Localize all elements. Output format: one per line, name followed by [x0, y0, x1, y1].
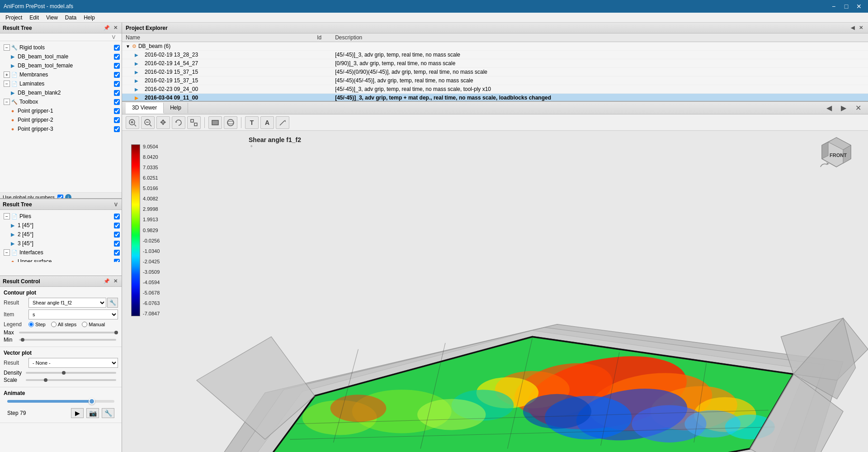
- rotate-btn[interactable]: [172, 116, 185, 129]
- ply1-check[interactable]: [114, 223, 120, 228]
- surface-btn[interactable]: [208, 116, 222, 129]
- explorer-row-name[interactable]: ▼ ⚙ DB_beam (6): [122, 42, 313, 51]
- tree-gripper1[interactable]: ● Point gripper-1: [0, 106, 122, 115]
- col-desc[interactable]: Description: [331, 33, 868, 42]
- pin-icon[interactable]: 📌: [102, 24, 111, 31]
- membranes-check[interactable]: [114, 72, 120, 78]
- density-slider[interactable]: [26, 372, 116, 374]
- tree-gripper3[interactable]: ● Point gripper-3: [0, 124, 122, 133]
- tree-rigid-tools[interactable]: − 🔧 Rigid tools: [0, 43, 122, 52]
- expander-toolbox[interactable]: −: [4, 99, 10, 105]
- laminates-check[interactable]: [114, 81, 120, 87]
- min-slider[interactable]: [19, 339, 116, 341]
- db-female-check[interactable]: [114, 63, 120, 69]
- tab-3d-viewer[interactable]: 3D Viewer: [126, 103, 164, 114]
- tree-plies[interactable]: − 📄 Plies: [0, 212, 122, 221]
- viewer-pin-icon[interactable]: ✕: [852, 103, 864, 114]
- nav-back-icon[interactable]: ◀: [823, 103, 835, 114]
- toolbox-check[interactable]: [114, 99, 120, 105]
- explorer-pin-icon[interactable]: ◀: [849, 24, 856, 31]
- result-edit-btn[interactable]: 🔧: [107, 298, 118, 308]
- menu-view[interactable]: View: [42, 14, 61, 22]
- tree-db-male[interactable]: ▶ DB_beam_tool_male: [0, 52, 122, 61]
- legend-step[interactable]: Step: [28, 322, 46, 327]
- menu-data[interactable]: Data: [61, 14, 80, 22]
- explorer-row-name[interactable]: ▶ 2016-02-19 13_28_23: [122, 51, 313, 59]
- tree-ply2[interactable]: ▶ 2 [45°]: [0, 230, 122, 239]
- sphere-btn[interactable]: [224, 116, 237, 129]
- max-slider[interactable]: [19, 332, 116, 333]
- tree-laminates[interactable]: − 📄 Laminates: [0, 79, 122, 88]
- legend-allsteps-radio[interactable]: [51, 322, 57, 327]
- legend-allsteps[interactable]: All steps: [51, 322, 77, 327]
- zoom-out-btn[interactable]: [141, 116, 155, 129]
- explorer-row-name[interactable]: ▶ 2016-02-19 15_37_15: [122, 76, 313, 85]
- play-button[interactable]: ▶: [71, 408, 84, 418]
- row-expander[interactable]: ▼: [126, 44, 130, 49]
- tree-ply1[interactable]: ▶ 1 [45°]: [0, 221, 122, 230]
- zoom-in-btn[interactable]: [126, 116, 139, 129]
- tree-membranes[interactable]: + 📄 Membranes: [0, 70, 122, 79]
- col-id[interactable]: Id: [313, 33, 331, 42]
- maximize-button[interactable]: □: [841, 2, 852, 11]
- info-icon[interactable]: i: [65, 194, 71, 199]
- gripper3-check[interactable]: [114, 126, 120, 132]
- ply2-check[interactable]: [114, 232, 120, 238]
- db-male-icon: ▶: [9, 53, 16, 60]
- expander-laminates[interactable]: −: [4, 81, 10, 87]
- tree-toolbox[interactable]: − 🔨 Toolbox: [0, 97, 122, 106]
- explorer-row-name[interactable]: ▶ 2016-02-19 14_54_27: [122, 59, 313, 68]
- close-control-icon[interactable]: ✕: [112, 278, 119, 285]
- annotation-btn[interactable]: A: [260, 116, 274, 129]
- db-male-check[interactable]: [114, 54, 120, 60]
- tree-interfaces[interactable]: − 📄 Interfaces: [0, 248, 122, 257]
- vector-result-select[interactable]: - None -: [28, 358, 118, 368]
- menu-help[interactable]: Help: [80, 14, 99, 22]
- expander-rigid[interactable]: −: [4, 44, 10, 51]
- close-button[interactable]: ✕: [854, 2, 864, 11]
- expander-interfaces[interactable]: −: [4, 249, 10, 256]
- interfaces-check[interactable]: [114, 250, 120, 256]
- gripper1-check[interactable]: [114, 108, 120, 114]
- tree-ply3[interactable]: ▶ 3 [45°]: [0, 239, 122, 248]
- pan-btn[interactable]: ✥: [156, 116, 170, 129]
- fit-btn[interactable]: [187, 116, 201, 129]
- item-select[interactable]: s: [28, 309, 118, 319]
- legend-manual-radio[interactable]: [82, 322, 87, 327]
- explorer-close-icon[interactable]: ✕: [858, 24, 864, 31]
- tree-gripper2[interactable]: ● Point gripper-2: [0, 115, 122, 124]
- tab-help[interactable]: Help: [164, 103, 188, 113]
- explorer-row-name[interactable]: ▶ 2016-02-19 15_37_15: [122, 68, 313, 76]
- menu-project[interactable]: Project: [2, 14, 26, 22]
- global-ply-check[interactable]: [57, 195, 63, 200]
- tree-db-female[interactable]: ▶ DB_beam_tool_female: [0, 61, 122, 70]
- close-tree-icon[interactable]: ✕: [112, 24, 119, 31]
- minimize-button[interactable]: −: [828, 2, 839, 11]
- animate-thumb[interactable]: [89, 398, 95, 404]
- tree-db-blank[interactable]: ▶ DB_beam_blank2: [0, 88, 122, 97]
- explorer-row-name[interactable]: ▶ 2016-02-23 09_24_00: [122, 85, 313, 94]
- nav-fwd-icon[interactable]: ▶: [837, 103, 850, 114]
- legend-step-radio[interactable]: [28, 322, 34, 327]
- menu-edit[interactable]: Edit: [26, 14, 42, 22]
- expander-membranes[interactable]: +: [4, 71, 10, 78]
- pin-control-icon[interactable]: 📌: [102, 278, 111, 285]
- rigid-tools-check[interactable]: [114, 45, 120, 51]
- explorer-row-name[interactable]: ▶ 2016-03-04 09_11_00: [122, 94, 313, 101]
- legend-manual[interactable]: Manual: [82, 322, 105, 327]
- pencil-btn[interactable]: [276, 116, 289, 129]
- view-cube[interactable]: FRONT: [818, 135, 854, 171]
- scale-slider[interactable]: [26, 379, 116, 381]
- plies-check[interactable]: [114, 214, 120, 219]
- text-btn[interactable]: T: [245, 116, 259, 129]
- gripper2-check[interactable]: [114, 117, 120, 123]
- result-select[interactable]: Shear angle f1_f2: [28, 298, 106, 308]
- expander-plies[interactable]: −: [4, 213, 10, 219]
- settings-button[interactable]: 🔧: [102, 408, 114, 418]
- tree-upper-surface[interactable]: ● Upper surface: [0, 257, 122, 262]
- camera-button[interactable]: 📷: [86, 408, 99, 418]
- ply3-check[interactable]: [114, 241, 120, 247]
- col-name[interactable]: Name: [122, 33, 313, 42]
- upper-surface-check[interactable]: [114, 259, 120, 262]
- db-blank-check[interactable]: [114, 90, 120, 96]
